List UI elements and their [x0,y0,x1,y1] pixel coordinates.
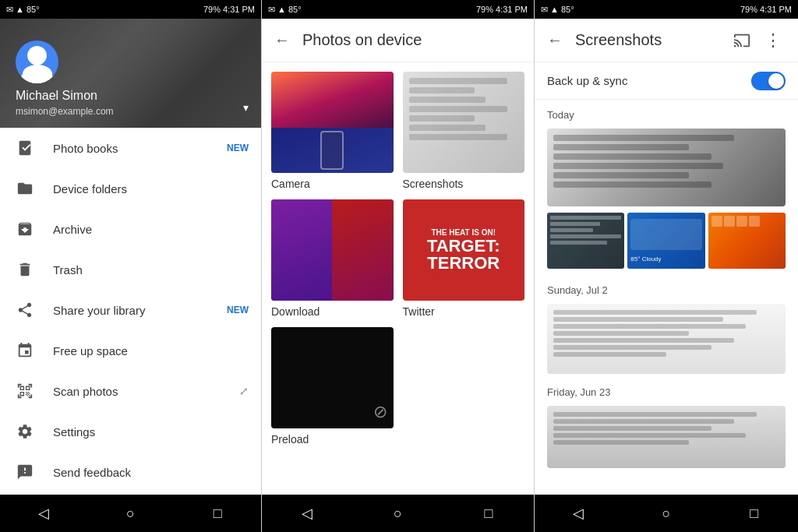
twitter-sub: TERROR [427,255,500,272]
backup-sync-toggle[interactable] [751,72,786,90]
sidebar-item-free-up-space[interactable]: Free up space [0,330,261,371]
icons-grid [711,216,782,266]
share-library-label: Share your library [53,304,221,317]
camera-top [271,72,394,128]
nav-back-3[interactable]: ◁ [563,498,594,529]
photos-on-device-panel: ✉ ▲ 85° 79% 4:31 PM ← Photos on device [261,0,534,532]
screenshot-friday[interactable] [547,406,786,468]
screenshot-today-green[interactable] [708,213,786,269]
p3 [550,228,593,232]
nav-recent-3[interactable]: □ [739,498,770,529]
folder-thumb-twitter: THE HEAT IS ON! TARGET: TERROR [403,199,525,301]
backup-sync-label: Back up & sync [547,74,751,87]
sun-line-6 [553,345,711,350]
ss-line-5 [409,115,475,122]
settings-label: Settings [53,425,249,439]
status-bar-3: ✉ ▲ 85° 79% 4:31 PM [535,0,798,19]
folders-row-2: Download THE HEAT IS ON! TARGET: TERROR … [271,199,524,318]
nav-home-2[interactable]: ○ [382,498,413,529]
sun-line-4 [553,331,689,336]
phone-silhouette [320,131,344,170]
status-left-3: ✉ ▲ 85° [541,5,574,15]
screenshots-panel: ✉ ▲ 85° 79% 4:31 PM ← Screenshots ⋮ Back… [534,0,798,532]
dropdown-arrow-icon[interactable]: ▾ [243,101,249,114]
folder-thumb-download [271,199,394,301]
folder-icon [12,176,37,201]
panel3-title: Screenshots [575,31,729,49]
screenshot-today-sidebar[interactable] [547,213,624,269]
scan-photos-label: Scan photos [53,385,239,398]
sidebar-item-photo-books[interactable]: Photo books NEW [0,128,261,168]
folder-twitter[interactable]: THE HEAT IS ON! TARGET: TERROR Twitter [403,199,525,318]
sidebar-item-archive[interactable]: Archive [0,209,261,249]
avatar-person [16,41,58,83]
sidebar-item-device-folders[interactable]: Device folders [0,168,261,209]
fri-line-5 [553,440,689,445]
sidebar-panel: ✉ ▲ 85° 79% 4:31 PM Michael Simon msimon… [0,0,261,532]
nav-home-3[interactable]: ○ [651,498,682,529]
sidebar-preview [550,216,621,266]
status-bar-2: ✉ ▲ 85° 79% 4:31 PM [262,0,534,19]
folder-camera[interactable]: Camera [271,72,394,190]
screenshot-today-blue[interactable]: 85° Cloudy [627,213,704,269]
header-icons: ⋮ [729,28,786,53]
status-left-2: ✉ ▲ 85° [268,5,302,15]
line4 [553,163,723,169]
twitter-folder-name: Twitter [403,305,525,318]
fri-line-3 [553,426,711,431]
nav-recent-2[interactable]: □ [473,498,504,529]
sidebar-item-scan-photos[interactable]: Scan photos ⤢ [0,371,261,411]
back-button-2[interactable]: ← [274,31,290,49]
sidebar-item-send-feedback[interactable]: Send feedback [0,452,261,492]
folder-thumb-preload: ⊘ [271,327,394,428]
more-options-button[interactable]: ⋮ [761,28,786,53]
archive-label: Archive [53,223,249,236]
sun-line-5 [553,338,734,343]
folder-preload[interactable]: ⊘ Preload [271,327,394,446]
status-bar-1: ✉ ▲ 85° 79% 4:31 PM [0,0,261,19]
preload-folder-name: Preload [271,433,394,446]
nav-recent-1[interactable]: □ [202,498,233,529]
sun-line-2 [553,317,723,322]
line2 [553,144,689,150]
time-3: 4:31 PM [760,5,792,14]
nav-back-2[interactable]: ◁ [291,498,323,529]
folders-row-1: Camera Screenshots [271,72,524,190]
device-folders-label: Device folders [53,182,249,196]
panel2-title: Photos on device [302,31,422,49]
ss-line-1 [409,78,507,84]
fri-line-1 [553,412,757,417]
download-figures [271,199,394,301]
sidebar-item-trash[interactable]: Trash [0,249,261,290]
figure-left [271,199,332,301]
panel2-header: ← Photos on device [262,19,534,62]
screenshots-folder-name: Screenshots [403,178,525,190]
cast-button[interactable] [729,28,754,53]
nav-back-1[interactable]: ◁ [28,498,59,529]
location-text: 85° Cloudy [630,255,661,262]
screenshot-today-1[interactable] [547,129,786,206]
sidebar-item-settings[interactable]: Settings [0,411,261,452]
line5 [553,172,689,178]
ss-line-3 [409,97,486,103]
line3 [553,153,711,160]
nav-home-1[interactable]: ○ [115,498,146,529]
trash-icon [12,257,37,282]
app-icon-1 [711,216,722,227]
signal-3: 79% [740,5,757,14]
folder-thumb-screenshots [403,72,525,173]
back-button-3[interactable]: ← [547,31,563,49]
folders-grid: Camera Screenshots [262,62,534,495]
user-name: Michael Simon [16,89,97,103]
sidebar-item-share-library[interactable]: Share your library NEW [0,290,261,330]
p1 [550,216,621,220]
app-icon-4 [749,216,760,227]
folder-screenshots[interactable]: Screenshots [403,72,525,190]
screenshot-sunday[interactable] [547,304,786,374]
user-header[interactable]: Michael Simon msimon@example.com ▾ [0,19,261,128]
camera-folder-name: Camera [271,178,394,190]
free-up-space-label: Free up space [53,344,249,358]
folder-download[interactable]: Download [271,199,394,318]
nav-bar-2: ◁ ○ □ [262,495,534,532]
gear-icon [12,419,37,444]
